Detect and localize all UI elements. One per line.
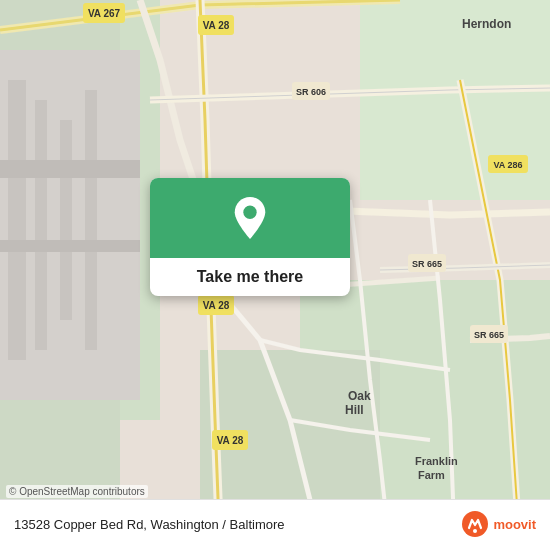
- svg-rect-4: [8, 80, 26, 360]
- svg-text:SR 665: SR 665: [412, 259, 442, 269]
- svg-text:Oak: Oak: [348, 389, 371, 403]
- svg-text:Hill: Hill: [345, 403, 364, 417]
- map-attribution: © OpenStreetMap contributors: [6, 485, 148, 498]
- svg-text:SR 606: SR 606: [296, 87, 326, 97]
- moovit-text: moovit: [493, 517, 536, 532]
- svg-text:VA 28: VA 28: [203, 20, 230, 31]
- location-pin-icon: [232, 197, 268, 239]
- bottom-bar: 13528 Copper Bed Rd, Washington / Baltim…: [0, 499, 550, 550]
- moovit-logo: moovit: [461, 510, 536, 538]
- svg-rect-6: [60, 120, 72, 320]
- svg-text:Farm: Farm: [418, 469, 445, 481]
- map-container: VA 267 VA 28 VA 28 VA 28 SR 606 VA 286 S…: [0, 0, 550, 550]
- svg-rect-5: [35, 100, 47, 350]
- svg-text:VA 286: VA 286: [493, 160, 522, 170]
- svg-text:Franklin: Franklin: [415, 455, 458, 467]
- svg-rect-8: [0, 160, 140, 178]
- svg-point-39: [243, 206, 256, 219]
- card-map-preview: [150, 178, 350, 258]
- svg-text:VA 28: VA 28: [203, 300, 230, 311]
- svg-point-41: [473, 529, 477, 533]
- take-me-there-label: Take me there: [150, 258, 350, 296]
- svg-text:VA 28: VA 28: [217, 435, 244, 446]
- svg-text:Herndon: Herndon: [462, 17, 511, 31]
- take-me-there-card[interactable]: Take me there: [150, 178, 350, 296]
- address-label: 13528 Copper Bed Rd, Washington / Baltim…: [14, 517, 285, 532]
- svg-text:VA 267: VA 267: [88, 8, 121, 19]
- svg-rect-7: [85, 90, 97, 350]
- svg-rect-9: [0, 240, 140, 252]
- moovit-logo-icon: [461, 510, 489, 538]
- svg-text:SR 665: SR 665: [474, 330, 504, 340]
